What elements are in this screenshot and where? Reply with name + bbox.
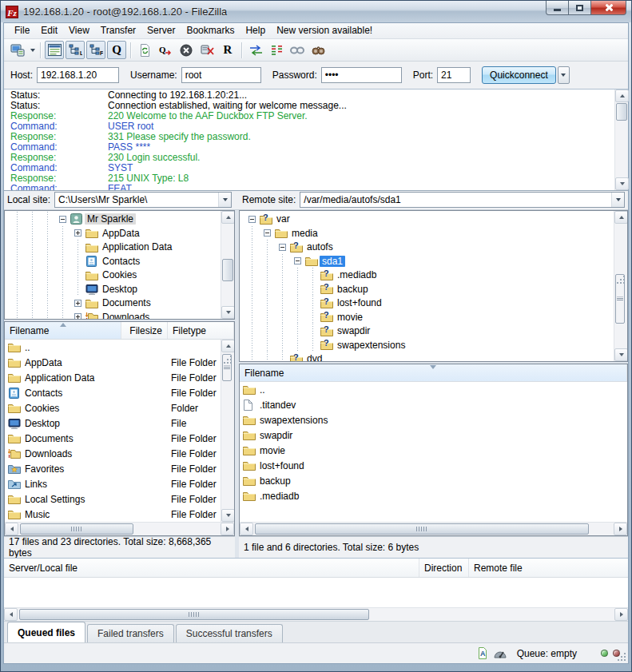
quickconnect-button[interactable]: Quickconnect (482, 66, 556, 84)
scrollbar-thumb[interactable] (255, 523, 589, 535)
expander-plus-icon[interactable] (70, 226, 85, 241)
scroll-left-button[interactable] (5, 523, 18, 535)
remote-column-filename[interactable]: Filename (240, 364, 627, 381)
scroll-up-button[interactable] (615, 89, 629, 102)
queue-column-server-local-file[interactable]: Server/Local file (4, 559, 419, 577)
local-column-filetype[interactable]: Filetype (168, 322, 234, 339)
scrollbar-thumb[interactable] (222, 354, 232, 381)
file-row-up[interactable]: .. (240, 382, 627, 397)
file-row-swapextensions[interactable]: swapextensions (240, 412, 627, 427)
file-row-up[interactable]: .. (5, 340, 221, 355)
menu-edit[interactable]: Edit (35, 23, 63, 38)
expander-minus-icon[interactable] (55, 212, 70, 226)
scroll-up-button[interactable] (614, 211, 628, 224)
find-files-button[interactable] (308, 41, 328, 59)
local-list-hscrollbar[interactable] (5, 522, 234, 535)
close-button[interactable] (590, 1, 626, 15)
minimize-button[interactable] (546, 1, 569, 15)
sync-browsing-button[interactable] (288, 41, 307, 59)
password-input[interactable] (321, 67, 402, 83)
scroll-down-button[interactable] (614, 348, 628, 361)
tree-item-desktop[interactable]: Desktop (5, 282, 221, 296)
scrollbar-thumb[interactable] (616, 103, 627, 121)
file-row-mediadb[interactable]: .mediadb (240, 488, 627, 503)
expander-minus-icon[interactable] (275, 240, 290, 254)
tree-item-autofs[interactable]: ?autofs (240, 240, 614, 254)
toggle-queue-button[interactable]: Q (107, 41, 126, 59)
quickconnect-dropdown-button[interactable] (558, 66, 570, 84)
chevron-down-icon[interactable] (611, 193, 624, 207)
file-row-contacts[interactable]: ContactsFile Folder (5, 385, 221, 400)
file-row-links[interactable]: LinksFile Folder (5, 476, 221, 491)
file-row-lost-found[interactable]: lost+found (240, 458, 627, 473)
reconnect-button[interactable]: R (218, 41, 237, 59)
title-bar[interactable]: Fz 192.168.1.20 - root@192.168.1.20 - Fi… (1, 1, 631, 22)
tab-failed-transfers[interactable]: Failed transfers (87, 624, 174, 642)
queue-column-direction[interactable]: Direction (419, 559, 469, 577)
username-input[interactable] (181, 67, 261, 83)
file-row-backup[interactable]: backup (240, 473, 627, 488)
remote-tree-scrollbar[interactable] (614, 211, 627, 361)
expander-minus-icon[interactable] (290, 254, 305, 268)
file-row-local-settings[interactable]: Local SettingsFile Folder (5, 491, 221, 507)
tree-item-mr-sparkle[interactable]: Mr Sparkle (5, 212, 221, 226)
file-row-titandev[interactable]: .titandev (240, 397, 627, 412)
file-row-movie[interactable]: movie (240, 443, 627, 458)
menu-transfer[interactable]: Transfer (95, 23, 141, 38)
local-site-combo[interactable]: C:\Users\Mr Sparkle\ (54, 192, 232, 208)
tree-item-movie[interactable]: ?movie (240, 310, 614, 324)
process-queue-button[interactable]: Q (156, 41, 175, 59)
file-row-documents[interactable]: DocumentsFile Folder (5, 431, 221, 446)
tree-item-application-data[interactable]: Application Data (5, 240, 221, 254)
scroll-right-button[interactable] (221, 523, 234, 535)
compare-directories-button[interactable] (267, 41, 286, 59)
menu-bookmarks[interactable]: Bookmarks (181, 23, 240, 38)
tree-item-appdata[interactable]: AppData (5, 226, 221, 241)
scrollbar-thumb[interactable] (222, 259, 233, 281)
menu-file[interactable]: File (9, 23, 35, 38)
local-list-scrollbar[interactable] (221, 340, 234, 522)
tree-item-lost-found[interactable]: ?lost+found (240, 296, 614, 310)
file-row-appdata[interactable]: AppDataFile Folder (5, 355, 221, 370)
toggle-local-tree-button[interactable]: L (66, 41, 85, 59)
refresh-button[interactable] (135, 41, 154, 59)
tree-item-documents[interactable]: Documents (5, 296, 221, 310)
local-tree-scrollbar[interactable] (221, 211, 234, 319)
scroll-down-button[interactable] (221, 509, 234, 522)
tree-item-mediadb[interactable]: ?.mediadb (240, 268, 614, 282)
transfer-arrows-button[interactable] (246, 41, 265, 59)
scroll-up-button[interactable] (221, 211, 235, 224)
menu-new-version-available[interactable]: New version available! (271, 23, 378, 38)
disconnect-button[interactable] (197, 41, 217, 59)
tree-item-var[interactable]: ?var (240, 212, 614, 226)
local-column-filename[interactable]: Filename (5, 322, 121, 339)
file-row-cookies[interactable]: CookiesFolder (5, 400, 221, 416)
scroll-up-button[interactable] (221, 340, 234, 352)
queue-column-remote-file[interactable]: Remote file (469, 559, 628, 577)
file-row-music[interactable]: MusicFile Folder (5, 507, 221, 522)
tab-queued-files[interactable]: Queued files (7, 622, 85, 642)
expander-minus-icon[interactable] (260, 226, 275, 241)
tree-item-contacts[interactable]: Contacts (5, 254, 221, 268)
file-row-application-data[interactable]: Application DataFile Folder (5, 370, 221, 385)
tree-item-dvd[interactable]: ?dvd (240, 352, 614, 361)
tree-item-media[interactable]: media (240, 226, 614, 241)
menu-server[interactable]: Server (141, 23, 181, 38)
tree-item-cookies[interactable]: Cookies (5, 268, 221, 282)
expander-plus-icon[interactable] (70, 296, 85, 310)
maximize-button[interactable] (569, 1, 590, 15)
menu-view[interactable]: View (63, 23, 95, 38)
scroll-down-button[interactable] (615, 177, 629, 190)
tree-item-sda1[interactable]: sda1 (240, 254, 614, 268)
file-row-desktop[interactable]: DesktopFile (5, 416, 221, 431)
tree-item-swapextensions[interactable]: ?swapextensions (240, 338, 614, 352)
file-row-swapdir[interactable]: swapdir (240, 427, 627, 443)
site-manager-button[interactable] (8, 41, 27, 59)
scrollbar-thumb[interactable] (615, 274, 625, 324)
scroll-right-button[interactable] (614, 608, 628, 621)
menu-help[interactable]: Help (240, 23, 271, 38)
local-column-filesize[interactable]: Filesize (121, 322, 168, 339)
cancel-button[interactable] (177, 41, 196, 59)
remote-list-hscrollbar[interactable] (240, 522, 627, 535)
port-input[interactable] (437, 67, 471, 83)
